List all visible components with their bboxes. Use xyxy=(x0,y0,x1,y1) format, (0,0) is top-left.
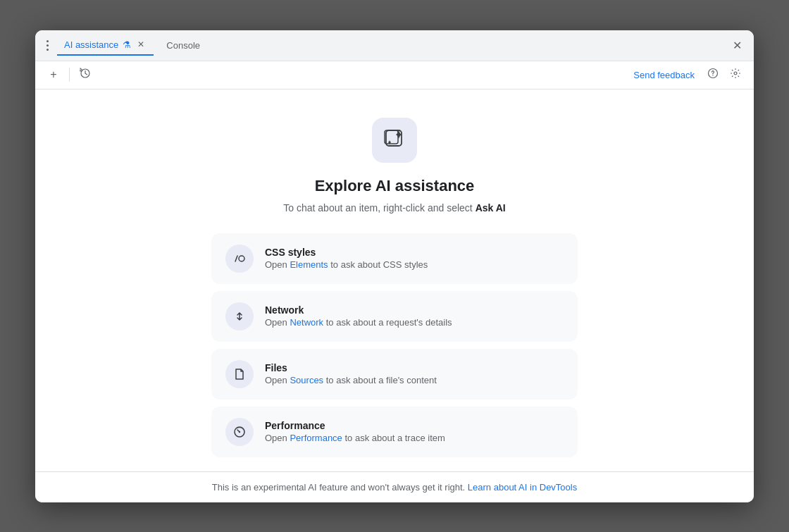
performance-title: Performance xyxy=(265,420,445,431)
footer-text: This is an experimental AI feature and w… xyxy=(212,482,468,493)
footer: This is an experimental AI feature and w… xyxy=(35,471,754,502)
toolbar-divider xyxy=(69,68,70,82)
performance-icon xyxy=(225,418,254,446)
toolbar: + Send feedback xyxy=(35,61,754,89)
title-bar: AI assistance ⚗ ✕ Console ✕ xyxy=(35,30,754,61)
css-styles-text: CSS styles Open Elements to ask about CS… xyxy=(265,247,428,270)
flask-icon: ⚗ xyxy=(123,39,131,50)
tab-console-label: Console xyxy=(166,40,200,51)
tab-ai-assistance-close[interactable]: ✕ xyxy=(135,39,147,50)
history-icon xyxy=(80,68,91,82)
help-button[interactable] xyxy=(703,65,723,85)
tab-ai-assistance-label: AI assistance xyxy=(64,39,118,50)
performance-link[interactable]: Performance xyxy=(290,433,342,443)
svg-point-5 xyxy=(239,256,244,261)
network-card[interactable]: Network Open Network to ask about a requ… xyxy=(211,291,578,342)
network-link[interactable]: Network xyxy=(290,317,323,328)
learn-more-link[interactable]: Learn about AI in DevTools xyxy=(468,482,577,493)
network-title: Network xyxy=(265,304,452,316)
svg-point-2 xyxy=(734,72,737,75)
files-card[interactable]: Files Open Sources to ask about a file's… xyxy=(211,349,578,400)
network-desc: Open Network to ask about a request's de… xyxy=(265,317,452,328)
performance-text: Performance Open Performance to ask abou… xyxy=(265,420,445,443)
feature-cards: CSS styles Open Elements to ask about CS… xyxy=(211,233,578,457)
help-icon xyxy=(707,68,719,82)
ai-sparkle-icon xyxy=(383,128,406,153)
network-text: Network Open Network to ask about a requ… xyxy=(265,304,452,328)
settings-icon xyxy=(730,68,741,82)
performance-desc: Open Performance to ask about a trace it… xyxy=(265,433,445,443)
svg-point-7 xyxy=(239,431,240,432)
window-close-button[interactable]: ✕ xyxy=(728,37,745,54)
css-styles-desc: Open Elements to ask about CSS styles xyxy=(265,259,428,270)
css-styles-card[interactable]: CSS styles Open Elements to ask about CS… xyxy=(211,233,578,284)
css-styles-icon xyxy=(225,245,254,273)
files-desc: Open Sources to ask about a file's conte… xyxy=(265,375,437,385)
tab-ai-assistance[interactable]: AI assistance ⚗ ✕ xyxy=(57,35,154,56)
tab-console[interactable]: Console xyxy=(159,36,207,55)
ai-logo-container xyxy=(372,118,417,163)
css-styles-title: CSS styles xyxy=(265,247,428,258)
network-icon xyxy=(225,302,254,330)
plus-icon: + xyxy=(50,68,56,81)
files-icon xyxy=(225,360,254,388)
settings-button[interactable] xyxy=(726,65,745,85)
svg-point-1 xyxy=(712,75,713,75)
devtools-window: AI assistance ⚗ ✕ Console ✕ + xyxy=(35,30,754,502)
send-feedback-link[interactable]: Send feedback xyxy=(633,70,695,80)
more-options-button[interactable] xyxy=(44,37,51,54)
history-button[interactable] xyxy=(75,65,95,85)
explore-subtitle: To chat about an item, right-click and s… xyxy=(283,202,505,214)
files-title: Files xyxy=(265,362,437,373)
elements-link[interactable]: Elements xyxy=(290,259,328,270)
explore-subtitle-bold: Ask AI xyxy=(476,202,506,214)
new-tab-button[interactable]: + xyxy=(44,65,63,85)
files-text: Files Open Sources to ask about a file's… xyxy=(265,362,437,385)
sources-link[interactable]: Sources xyxy=(290,375,323,385)
performance-card[interactable]: Performance Open Performance to ask abou… xyxy=(211,407,578,457)
explore-title: Explore AI assistance xyxy=(315,177,475,195)
main-content: Explore AI assistance To chat about an i… xyxy=(35,89,754,471)
explore-subtitle-plain: To chat about an item, right-click and s… xyxy=(283,202,475,214)
